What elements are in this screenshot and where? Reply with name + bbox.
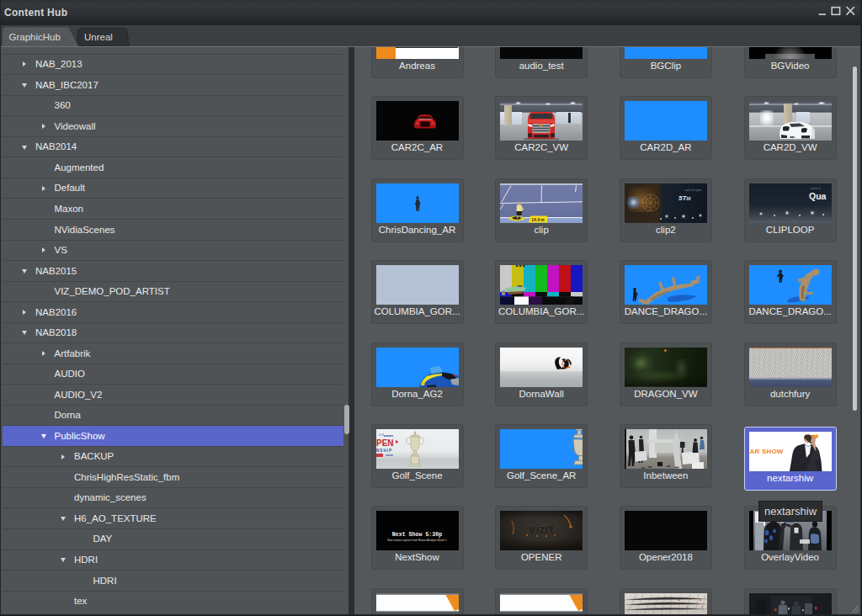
svg-text:watch us: watch us: [811, 187, 821, 190]
svg-text:AR SHOW: AR SHOW: [749, 447, 783, 454]
svg-text:U.S.: U.S.: [379, 433, 385, 436]
svg-text:NSHIP: NSHIP: [376, 448, 392, 452]
svg-text:New motion capture from Motion: New motion capture from Motion Analysis …: [387, 539, 447, 542]
svg-text:14.4 m: 14.4 m: [531, 216, 545, 221]
svg-text:watch the game: watch the game: [685, 189, 702, 192]
svg-text:vizrt: vizrt: [529, 523, 554, 536]
svg-text:PEN: PEN: [376, 438, 394, 448]
svg-text:Qua: Qua: [809, 191, 827, 201]
svg-text:5TIII: 5TIII: [678, 194, 691, 202]
svg-text:Next Show 5:30p: Next Show 5:30p: [391, 532, 441, 538]
